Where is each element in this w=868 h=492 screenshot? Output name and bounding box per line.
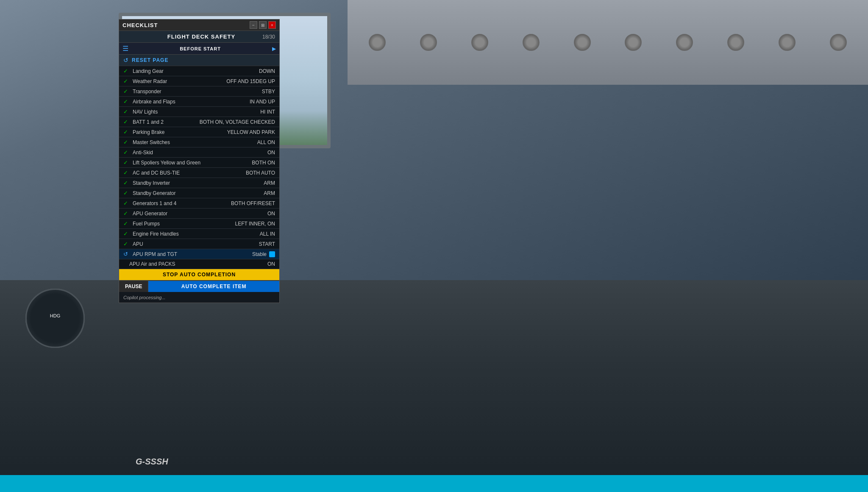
- item-value: BOTH OFF/RESET: [231, 200, 275, 206]
- item-value: DOWN: [259, 68, 275, 74]
- checklist-item[interactable]: ✓ NAV Lights HI INT: [119, 107, 279, 117]
- item-name: APU RPM and TGT: [133, 251, 252, 257]
- check-icon: ✓: [123, 119, 129, 125]
- item-name: Parking Brake: [133, 129, 227, 135]
- minimize-button[interactable]: −: [250, 21, 257, 29]
- instrument-panel: ALT SPD VSI HDG: [0, 280, 868, 492]
- check-icon: ✓: [123, 170, 129, 176]
- item-name: APU: [133, 241, 259, 247]
- item-name: Transponder: [133, 89, 262, 95]
- checklist-item[interactable]: ✓ Landing Gear DOWN: [119, 66, 279, 76]
- checklist-item[interactable]: ✓ Master Switches ALL ON: [119, 137, 279, 147]
- check-icon: ✓: [123, 98, 129, 105]
- check-icon: ✓: [123, 190, 129, 196]
- checklist-item[interactable]: ✓ APU Generator ON: [119, 208, 279, 219]
- checklist-item[interactable]: ✓ BATT 1 and 2 BOTH ON, VOLTAGE CHECKED: [119, 117, 279, 127]
- item-value: Stable: [252, 251, 267, 257]
- checklist-section-header: FLIGHT DECK SAFETY 18/30: [119, 31, 279, 43]
- check-icon: ✓: [123, 159, 129, 166]
- item-value: ON: [267, 150, 275, 156]
- checklist-item[interactable]: ✓ Generators 1 and 4 BOTH OFF/RESET: [119, 198, 279, 208]
- checklist-item[interactable]: ✓ Weather Radar OFF AND 15DEG UP: [119, 76, 279, 86]
- item-name: Lift Spoliers Yellow and Green: [133, 160, 252, 166]
- checklist-item[interactable]: ✓ Transponder STBY: [119, 86, 279, 97]
- menu-icon[interactable]: ☰: [122, 44, 128, 53]
- checklist-item-indent[interactable]: APU Air and PACKS ON: [119, 259, 279, 269]
- item-value: YELLOW AND PARK: [227, 129, 275, 135]
- checklist-item[interactable]: ✓ Anti-Skid ON: [119, 147, 279, 158]
- checklist-item[interactable]: ✓ Engine Fire Handles ALL IN: [119, 229, 279, 239]
- item-name: NAV Lights: [133, 109, 260, 115]
- overhead-knob-9: [779, 34, 796, 51]
- checklist-item[interactable]: ✓ APU START: [119, 239, 279, 249]
- item-value: ALL IN: [260, 231, 275, 237]
- item-name: BATT 1 and 2: [133, 119, 200, 125]
- checklist-item[interactable]: ✓ Standby Inverter ARM: [119, 178, 279, 188]
- item-value: ON: [267, 261, 275, 267]
- copilot-status: Copilot processing...: [119, 292, 279, 303]
- item-value: IN AND UP: [250, 99, 275, 105]
- item-name: Anti-Skid: [133, 150, 267, 156]
- copilot-text: Copilot processing...: [123, 295, 166, 300]
- item-name: Airbrake and Flaps: [133, 99, 250, 105]
- checklist-item-active[interactable]: ↺ APU RPM and TGT Stable: [119, 249, 279, 259]
- checklist-item[interactable]: ✓ AC and DC BUS-TIE BOTH AUTO: [119, 168, 279, 178]
- item-name: Master Switches: [133, 139, 257, 145]
- check-icon: ✓: [123, 220, 129, 227]
- refresh-icon: ↺: [123, 251, 129, 257]
- checklist-bottom-bar: PAUSE AUTO COMPLETE ITEM: [119, 281, 279, 292]
- item-value: START: [259, 241, 275, 247]
- item-name: Landing Gear: [133, 68, 259, 74]
- auto-complete-button[interactable]: AUTO COMPLETE ITEM: [148, 281, 279, 292]
- gauge-hsi: HDG: [25, 289, 85, 348]
- item-value: ARM: [264, 180, 275, 186]
- pause-button[interactable]: PAUSE: [119, 281, 148, 292]
- nav-label: BEFORE START: [180, 46, 221, 51]
- item-name: Standby Generator: [133, 190, 264, 196]
- close-button[interactable]: ×: [268, 21, 276, 29]
- item-name: Engine Fire Handles: [133, 231, 260, 237]
- item-value: LEFT INNER, ON: [235, 221, 275, 227]
- check-icon: ✓: [123, 241, 129, 247]
- item-name: Weather Radar: [133, 78, 226, 84]
- item-name: Fuel Pumps: [133, 221, 235, 227]
- check-icon: ✓: [123, 68, 129, 74]
- item-name: APU Generator: [133, 211, 267, 217]
- check-icon: ✓: [123, 200, 129, 206]
- checklist-item[interactable]: ✓ Lift Spoliers Yellow and Green BOTH ON: [119, 158, 279, 168]
- item-value: BOTH ON, VOLTAGE CHECKED: [200, 119, 275, 125]
- stop-auto-completion-button[interactable]: STOP AUTO COMPLETION: [119, 269, 279, 281]
- overhead-knob-2: [420, 34, 437, 51]
- check-icon: ✓: [123, 231, 129, 237]
- tail-number: G-SSSH: [136, 457, 168, 467]
- item-value: STBY: [262, 89, 275, 95]
- check-icon: ✓: [123, 149, 129, 156]
- section-title: FLIGHT DECK SAFETY: [167, 33, 235, 40]
- reset-label: RESET PAGE: [132, 57, 168, 63]
- expand-button[interactable]: ⊞: [259, 21, 267, 29]
- checklist-item[interactable]: ✓ Standby Generator ARM: [119, 188, 279, 198]
- item-value: ON: [267, 211, 275, 217]
- item-value: OFF AND 15DEG UP: [226, 78, 275, 84]
- overhead-knob-5: [574, 34, 591, 51]
- nav-next-icon[interactable]: ▶: [272, 46, 276, 52]
- active-indicator: [269, 251, 275, 257]
- item-value: BOTH AUTO: [246, 170, 275, 176]
- reset-page-row[interactable]: ↺ RESET PAGE: [119, 55, 279, 66]
- stop-auto-label: STOP AUTO COMPLETION: [163, 272, 236, 278]
- check-icon: ✓: [123, 210, 129, 217]
- check-icon: ✓: [123, 129, 129, 135]
- check-icon: ✓: [123, 180, 129, 186]
- check-icon: ✓: [123, 139, 129, 145]
- overhead-knob-4: [523, 34, 540, 51]
- check-icon: ✓: [123, 88, 129, 95]
- checklist-item[interactable]: ✓ Parking Brake YELLOW AND PARK: [119, 127, 279, 137]
- checklist-item[interactable]: ✓ Airbrake and Flaps IN AND UP: [119, 97, 279, 107]
- titlebar-buttons: − ⊞ ×: [250, 21, 276, 29]
- overhead-knob-7: [676, 34, 693, 51]
- item-value: BOTH ON: [252, 160, 275, 166]
- item-value: ARM: [264, 190, 275, 196]
- reset-icon: ↺: [123, 57, 128, 64]
- checklist-item[interactable]: ✓ Fuel Pumps LEFT INNER, ON: [119, 219, 279, 229]
- item-name: Generators 1 and 4: [133, 200, 231, 206]
